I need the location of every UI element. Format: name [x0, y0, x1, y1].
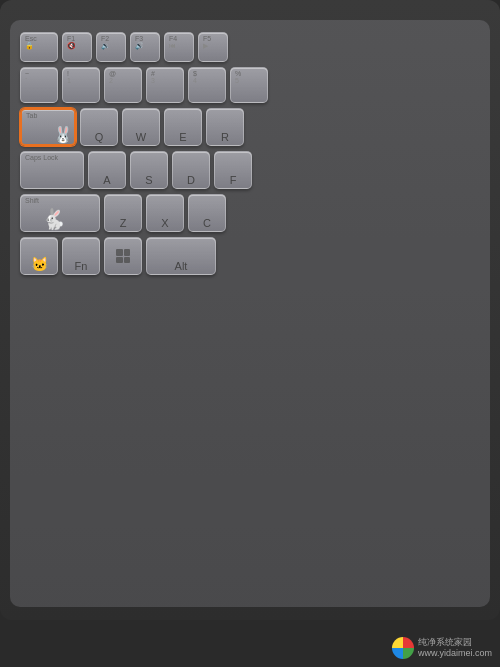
key-s-label: S [145, 174, 152, 186]
key-f5-label: F5 [203, 35, 211, 42]
key-w[interactable]: W [122, 108, 160, 146]
windows-icon [116, 249, 130, 263]
key-2-top: @ [109, 70, 116, 77]
key-r-label: R [221, 131, 229, 143]
key-f3[interactable]: F3 🔊 [130, 32, 160, 62]
bottom-key-row: 🐱 Fn Alt [20, 237, 480, 275]
key-a-label: A [103, 174, 110, 186]
function-key-row: Esc 🔒 F1 🔇 F2 🔉 F3 🔊 F4 ⏮ F5 ▶ [20, 32, 480, 62]
key-x-label: X [161, 217, 168, 229]
key-2-sub: 2 [109, 77, 113, 84]
key-q-label: Q [95, 131, 104, 143]
key-shift[interactable]: Shift 🐇 [20, 194, 100, 232]
key-f4[interactable]: F4 ⏮ [164, 32, 194, 62]
key-3[interactable]: # 3 [146, 67, 184, 103]
key-f1-label: F1 [67, 35, 75, 42]
watermark: 纯净系统家园 www.yidaimei.com [392, 637, 492, 659]
key-f5[interactable]: F5 ▶ [198, 32, 228, 62]
key-a[interactable]: A [88, 151, 126, 189]
key-f4-icon: ⏮ [169, 42, 176, 49]
keyboard-area: Esc 🔒 F1 🔇 F2 🔉 F3 🔊 F4 ⏮ F5 ▶ ~ ` [10, 20, 490, 607]
key-e-label: E [179, 131, 186, 143]
key-x[interactable]: X [146, 194, 184, 232]
shift-key-row: Shift 🐇 Z X C [20, 194, 480, 232]
key-3-top: # [151, 70, 155, 77]
ctrl-sticker: 🐱 [31, 256, 48, 272]
key-f3-label: F3 [135, 35, 143, 42]
tab-sticker: 🐰 [53, 127, 73, 143]
key-ctrl[interactable]: 🐱 [20, 237, 58, 275]
key-1-top: ! [67, 70, 69, 77]
key-5-sub: 5 [235, 77, 239, 84]
watermark-domain: www.yidaimei.com [418, 648, 492, 659]
home-key-row: Caps Lock A S D F [20, 151, 480, 189]
key-1[interactable]: ! 1 [62, 67, 100, 103]
key-f5-icon: ▶ [203, 42, 208, 50]
key-4-top: $ [193, 70, 197, 77]
key-alt[interactable]: Alt [146, 237, 216, 275]
key-fn-label: Fn [75, 260, 88, 272]
key-5-top: % [235, 70, 241, 77]
key-f2-icon: 🔉 [101, 42, 110, 50]
key-f4-label: F4 [169, 35, 177, 42]
key-z[interactable]: Z [104, 194, 142, 232]
key-win[interactable] [104, 237, 142, 275]
key-f2-label: F2 [101, 35, 109, 42]
key-esc[interactable]: Esc 🔒 [20, 32, 58, 62]
key-f2[interactable]: F2 🔉 [96, 32, 126, 62]
key-q[interactable]: Q [80, 108, 118, 146]
number-key-row: ~ ` ! 1 @ 2 # 3 $ 4 % 5 [20, 67, 480, 103]
key-esc-label: Esc [25, 35, 37, 42]
key-tab[interactable]: Tab 🐰 [20, 108, 76, 146]
key-tab-label: Tab [26, 112, 37, 119]
key-f-label: F [230, 174, 237, 186]
key-d-label: D [187, 174, 195, 186]
watermark-logo [392, 637, 414, 659]
watermark-text-block: 纯净系统家园 www.yidaimei.com [418, 637, 492, 659]
key-s[interactable]: S [130, 151, 168, 189]
key-backtick[interactable]: ~ ` [20, 67, 58, 103]
key-z-label: Z [120, 217, 127, 229]
shift-sticker: 🐇 [41, 209, 66, 229]
qwerty-key-row: Tab 🐰 Q W E R [20, 108, 480, 146]
key-esc-icon: 🔒 [25, 42, 34, 50]
key-backtick-top: ~ [25, 70, 29, 77]
key-fn[interactable]: Fn [62, 237, 100, 275]
key-1-sub: 1 [67, 77, 71, 84]
key-f1-icon: 🔇 [67, 42, 76, 50]
key-5[interactable]: % 5 [230, 67, 268, 103]
key-caps-lock[interactable]: Caps Lock [20, 151, 84, 189]
watermark-site: 纯净系统家园 [418, 637, 492, 648]
key-3-sub: 3 [151, 77, 155, 84]
key-r[interactable]: R [206, 108, 244, 146]
key-4[interactable]: $ 4 [188, 67, 226, 103]
key-e[interactable]: E [164, 108, 202, 146]
key-4-sub: 4 [193, 77, 197, 84]
key-f[interactable]: F [214, 151, 252, 189]
key-caps-label: Caps Lock [25, 154, 58, 161]
key-2[interactable]: @ 2 [104, 67, 142, 103]
key-c[interactable]: C [188, 194, 226, 232]
key-alt-label: Alt [175, 260, 188, 272]
key-c-label: C [203, 217, 211, 229]
key-w-label: W [136, 131, 146, 143]
key-d[interactable]: D [172, 151, 210, 189]
key-backtick-sub: ` [25, 77, 27, 84]
key-f3-icon: 🔊 [135, 42, 144, 50]
key-shift-label: Shift [25, 197, 39, 204]
key-f1[interactable]: F1 🔇 [62, 32, 92, 62]
